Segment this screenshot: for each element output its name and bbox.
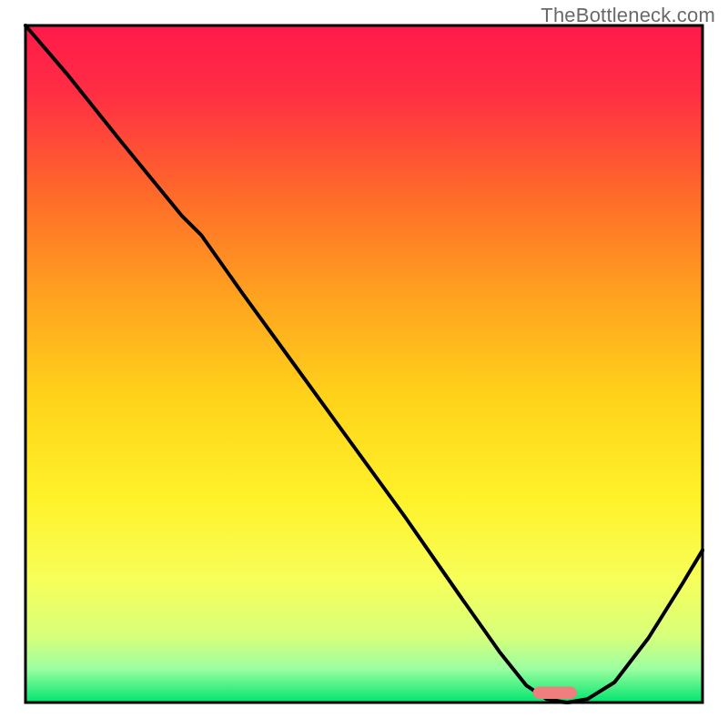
bottleneck-chart (0, 0, 728, 728)
plot-background (25, 25, 703, 703)
optimum-marker (533, 687, 577, 699)
chart-container: TheBottleneck.com (0, 0, 728, 728)
